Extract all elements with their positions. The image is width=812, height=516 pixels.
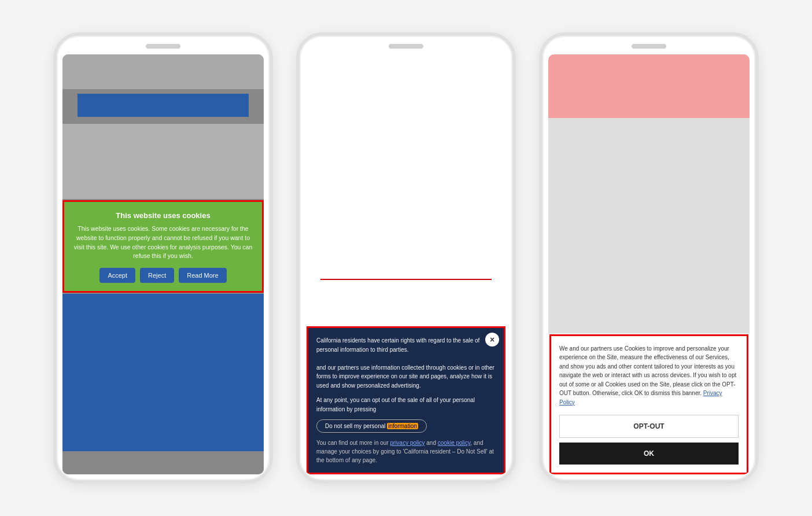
p3-cookie-banner: We and our partners use Cookies to impro… [549, 334, 748, 475]
privacy-policy-link[interactable]: privacy policy [390, 440, 425, 446]
p1-bottom-blue [62, 294, 264, 451]
p1-blue-bar [77, 94, 249, 117]
highlighted-word: information [387, 423, 418, 429]
p1-gray-block [62, 124, 264, 199]
p3-gray-mid [548, 118, 750, 333]
phone-2-screen: × California residents have certain righ… [305, 54, 507, 474]
p3-opt-out-button[interactable]: OPT-OUT [559, 415, 739, 438]
p1-reject-button[interactable]: Reject [140, 268, 174, 283]
p3-pink-top [548, 54, 750, 118]
cookie-policy-link[interactable]: cookie policy [438, 440, 471, 446]
close-icon: × [490, 335, 494, 344]
phone-3-screen: We and our partners use Cookies to impro… [548, 54, 750, 474]
phone-speaker-3 [632, 44, 666, 49]
p1-gray-top [62, 54, 264, 89]
p2-main-text: California residents have certain rights… [316, 336, 496, 390]
p1-buttons: Accept Reject Read More [72, 268, 254, 283]
phone-1: This website uses cookies This website u… [53, 32, 273, 484]
p1-read-more-button[interactable]: Read More [179, 268, 226, 283]
p3-cookie-text: We and our partners use Cookies to impro… [559, 344, 739, 407]
phone-2: × California residents have certain righ… [296, 32, 516, 484]
p3-ok-button[interactable]: OK [559, 443, 739, 465]
p2-white-top [305, 54, 507, 279]
phone-3: We and our partners use Cookies to impro… [539, 32, 759, 484]
p2-white-mid [305, 280, 507, 326]
phone-1-screen: This website uses cookies This website u… [62, 54, 264, 474]
p2-do-not-sell-button[interactable]: Do not sell my personal information [316, 419, 427, 433]
p2-dark-banner: × California residents have certain righ… [307, 326, 505, 474]
p2-opt-out-text: At any point, you can opt out of the sal… [316, 396, 496, 414]
p2-close-button[interactable]: × [485, 333, 499, 347]
p1-cookie-text: This website uses cookies. Some cookies … [72, 224, 254, 261]
phone-speaker-1 [146, 44, 180, 49]
phones-container: This website uses cookies This website u… [30, 9, 782, 507]
p2-bottom-text: You can find out more in our privacy pol… [316, 438, 496, 465]
p1-cookie-title: This website uses cookies [72, 211, 254, 220]
p1-cookie-banner: This website uses cookies This website u… [62, 200, 264, 293]
phone-speaker-2 [389, 44, 423, 49]
p1-accept-button[interactable]: Accept [99, 268, 135, 283]
p1-gray-bottom [62, 451, 264, 474]
